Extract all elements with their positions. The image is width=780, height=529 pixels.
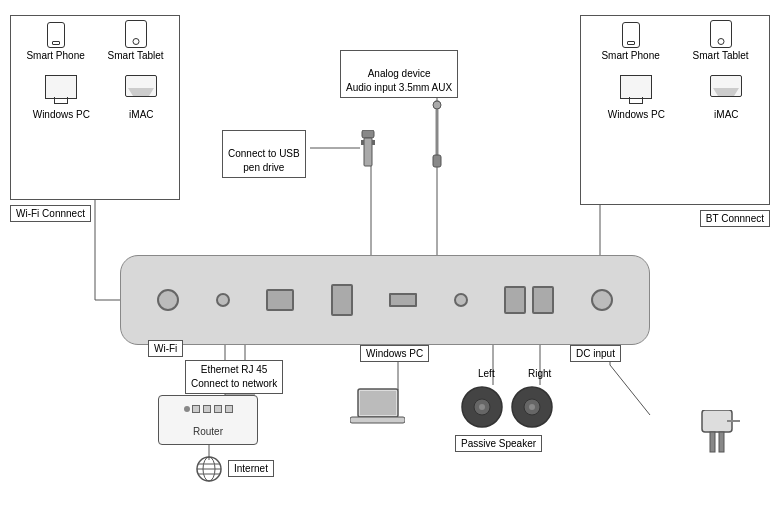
power-adapter-icon: [692, 410, 742, 460]
bt-imac: iMAC: [710, 75, 742, 120]
usb-drive-icon: [358, 130, 378, 180]
wifi-tablet-label: Smart Tablet: [108, 50, 164, 61]
bt-imac-label: iMAC: [714, 109, 738, 120]
usb-port: [331, 284, 353, 316]
wifi-phone-label: Smart Phone: [26, 50, 84, 61]
bt-top-row: Smart Phone Smart Tablet: [585, 20, 765, 61]
right-speaker-label: Right: [528, 368, 551, 379]
main-device: [120, 255, 650, 345]
wifi-pc: Windows PC: [33, 75, 90, 120]
wifi-phone: Smart Phone: [26, 22, 84, 61]
internet-label: Internet: [228, 460, 274, 477]
globe-icon: [195, 455, 223, 483]
bt-phone-icon: [622, 22, 640, 48]
speaker-terminals: [504, 286, 554, 314]
wifi-port: [157, 289, 179, 311]
bt-pc-label: Windows PC: [608, 109, 665, 120]
indicator-port: [216, 293, 230, 307]
hdmi-port: [389, 293, 417, 307]
wifi-imac-label: iMAC: [129, 109, 153, 120]
svg-rect-25: [433, 155, 441, 167]
dc-connector: [591, 289, 613, 311]
speaker-right-icon: [510, 385, 555, 430]
wifi-bottom-row: Windows PC iMAC: [15, 75, 175, 120]
router-top: [182, 403, 235, 415]
bt-imac-icon: [710, 75, 742, 97]
bt-connect-text: BT Connnect: [706, 213, 764, 224]
ethernet-text: Ethernet RJ 45Connect to network: [191, 364, 277, 389]
router-light: [184, 406, 190, 412]
aux-port: [454, 293, 468, 307]
speaker-terminal-right: [532, 286, 554, 314]
rj45-port: [266, 289, 294, 311]
svg-rect-20: [364, 138, 372, 166]
svg-point-36: [479, 404, 485, 410]
tablet-icon: [125, 20, 147, 48]
internet-text: Internet: [234, 463, 268, 474]
bt-tablet: Smart Tablet: [693, 20, 749, 61]
router-ports: [192, 405, 233, 413]
left-speaker-label: Left: [478, 368, 495, 379]
wifi-bottom-label: Wi-Fi: [148, 340, 183, 357]
dc-input-text: DC input: [576, 348, 615, 359]
usb-label-text: Connect to USBpen drive: [228, 148, 300, 173]
wifi-pc-label: Windows PC: [33, 109, 90, 120]
usb-type-a-port: [331, 284, 353, 316]
imac-icon: [125, 75, 157, 97]
laptop-icon: [350, 385, 405, 433]
router-port-1: [192, 405, 200, 413]
bt-phone-label: Smart Phone: [601, 50, 659, 61]
indicator-dot: [216, 293, 230, 307]
windows-pc-bottom-label: Windows PC: [360, 345, 429, 362]
svg-point-39: [529, 404, 535, 410]
analog-device-text: Analog deviceAudio input 3.5mm AUX: [346, 68, 452, 93]
passive-speaker-label: Passive Speaker: [455, 435, 542, 452]
bt-devices-box: Smart Phone Smart Tablet Windows PC iMAC: [580, 15, 770, 205]
phone-icon: [47, 22, 65, 48]
wifi-connect-text: Wi-Fi Connnect: [16, 208, 85, 219]
aux-cable-icon: [428, 100, 446, 170]
svg-line-13: [610, 365, 650, 415]
bt-phone: Smart Phone: [601, 22, 659, 61]
speaker-terminal-left: [504, 286, 526, 314]
svg-rect-22: [372, 140, 375, 145]
svg-rect-41: [710, 432, 715, 452]
svg-rect-21: [361, 140, 364, 145]
dc-port: [591, 289, 613, 311]
monitor-icon: [45, 75, 77, 99]
router-port-4: [225, 405, 233, 413]
bt-pc: Windows PC: [608, 75, 665, 120]
wifi-connect-label: Wi-Fi Connnect: [10, 205, 91, 222]
svg-point-24: [433, 101, 441, 109]
svg-rect-19: [362, 130, 374, 138]
bt-tablet-icon: [710, 20, 732, 48]
bt-connect-label: BT Connnect: [700, 210, 770, 227]
bt-tablet-label: Smart Tablet: [693, 50, 749, 61]
router-port-2: [203, 405, 211, 413]
diagram-container: Smart Phone Smart Tablet Windows PC iMAC…: [0, 0, 780, 529]
router-box: Router: [158, 395, 258, 445]
wifi-top-row: Smart Phone Smart Tablet: [15, 20, 175, 61]
bt-monitor-icon: [620, 75, 652, 99]
wifi-devices-box: Smart Phone Smart Tablet Windows PC iMAC: [10, 15, 180, 200]
dc-input-label: DC input: [570, 345, 621, 362]
bt-bottom-row: Windows PC iMAC: [585, 75, 765, 120]
windows-pc-bottom-text: Windows PC: [366, 348, 423, 359]
router-label: Router: [193, 426, 223, 437]
wifi-tablet: Smart Tablet: [108, 20, 164, 61]
ethernet-port: [266, 289, 294, 311]
speaker-left-icon: [460, 385, 505, 430]
usb-label: Connect to USBpen drive: [222, 130, 306, 178]
wifi-imac: iMAC: [125, 75, 157, 120]
router-port-3: [214, 405, 222, 413]
hdmi-connector: [389, 293, 417, 307]
analog-device-label: Analog deviceAudio input 3.5mm AUX: [340, 50, 458, 98]
svg-rect-42: [719, 432, 724, 452]
passive-speaker-text: Passive Speaker: [461, 438, 536, 449]
wifi-bottom-text: Wi-Fi: [154, 343, 177, 354]
svg-rect-33: [350, 417, 405, 423]
wifi-antenna-port: [157, 289, 179, 311]
svg-rect-32: [360, 391, 396, 415]
ethernet-label: Ethernet RJ 45Connect to network: [185, 360, 283, 394]
aux-port-hole: [454, 293, 468, 307]
